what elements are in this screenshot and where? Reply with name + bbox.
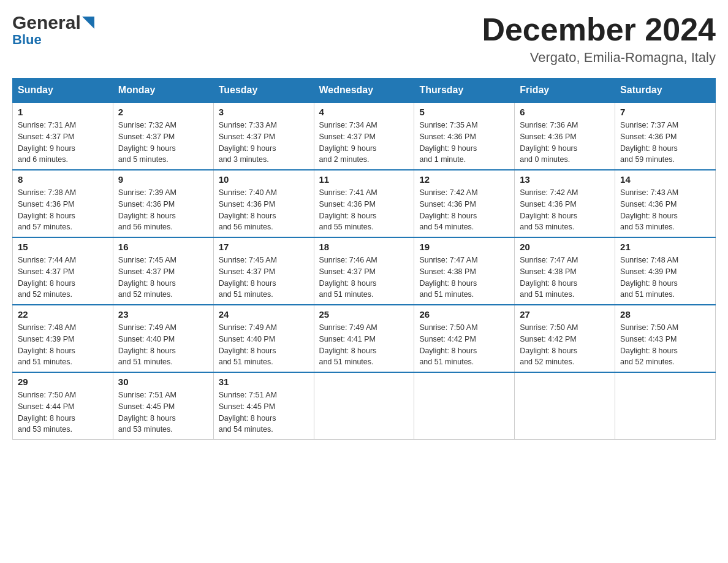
logo-general-text: General — [12, 12, 81, 33]
day-number: 10 — [219, 174, 309, 185]
day-number: 30 — [118, 377, 208, 387]
day-info: Sunrise: 7:32 AMSunset: 4:37 PMDaylight:… — [118, 120, 208, 166]
calendar-cell: 15 Sunrise: 7:44 AMSunset: 4:37 PMDaylig… — [13, 237, 113, 305]
calendar-header-row: SundayMondayTuesdayWednesdayThursdayFrid… — [13, 79, 716, 103]
calendar-cell: 12 Sunrise: 7:42 AMSunset: 4:36 PMDaylig… — [414, 170, 515, 237]
day-info: Sunrise: 7:40 AMSunset: 4:36 PMDaylight:… — [219, 187, 309, 233]
day-number: 12 — [419, 174, 509, 185]
day-number: 13 — [520, 174, 610, 185]
day-info: Sunrise: 7:46 AMSunset: 4:37 PMDaylight:… — [319, 255, 409, 301]
day-number: 5 — [419, 107, 509, 117]
day-number: 18 — [319, 242, 409, 252]
day-number: 1 — [18, 107, 108, 117]
day-info: Sunrise: 7:34 AMSunset: 4:37 PMDaylight:… — [319, 120, 409, 166]
day-info: Sunrise: 7:50 AMSunset: 4:43 PMDaylight:… — [620, 322, 710, 368]
day-number: 22 — [18, 309, 108, 320]
calendar-cell: 31 Sunrise: 7:51 AMSunset: 4:45 PMDaylig… — [213, 372, 314, 440]
calendar-cell: 16 Sunrise: 7:45 AMSunset: 4:37 PMDaylig… — [113, 237, 213, 305]
calendar-cell — [414, 372, 515, 440]
calendar-cell: 18 Sunrise: 7:46 AMSunset: 4:37 PMDaylig… — [314, 237, 414, 305]
day-info: Sunrise: 7:42 AMSunset: 4:36 PMDaylight:… — [520, 187, 610, 233]
column-header-saturday: Saturday — [615, 79, 716, 103]
calendar-cell: 25 Sunrise: 7:49 AMSunset: 4:41 PMDaylig… — [314, 305, 414, 372]
day-info: Sunrise: 7:50 AMSunset: 4:42 PMDaylight:… — [419, 322, 509, 368]
calendar-cell: 26 Sunrise: 7:50 AMSunset: 4:42 PMDaylig… — [414, 305, 515, 372]
day-number: 3 — [219, 107, 309, 117]
title-block: December 2024 Vergato, Emilia-Romagna, I… — [482, 12, 716, 66]
day-info: Sunrise: 7:48 AMSunset: 4:39 PMDaylight:… — [18, 322, 108, 368]
day-info: Sunrise: 7:51 AMSunset: 4:45 PMDaylight:… — [118, 389, 208, 435]
column-header-tuesday: Tuesday — [213, 79, 314, 103]
day-info: Sunrise: 7:39 AMSunset: 4:36 PMDaylight:… — [118, 187, 208, 233]
day-number: 16 — [118, 242, 208, 252]
day-number: 2 — [118, 107, 208, 117]
day-number: 8 — [18, 174, 108, 185]
logo-triangle-icon — [82, 17, 94, 29]
svg-marker-0 — [82, 17, 94, 29]
day-number: 14 — [620, 174, 710, 185]
calendar-cell: 4 Sunrise: 7:34 AMSunset: 4:37 PMDayligh… — [314, 102, 414, 170]
day-info: Sunrise: 7:36 AMSunset: 4:36 PMDaylight:… — [520, 120, 610, 166]
day-info: Sunrise: 7:35 AMSunset: 4:36 PMDaylight:… — [419, 120, 509, 166]
calendar-cell: 23 Sunrise: 7:49 AMSunset: 4:40 PMDaylig… — [113, 305, 213, 372]
column-header-monday: Monday — [113, 79, 213, 103]
day-number: 20 — [520, 242, 610, 252]
day-info: Sunrise: 7:49 AMSunset: 4:41 PMDaylight:… — [319, 322, 409, 368]
day-info: Sunrise: 7:33 AMSunset: 4:37 PMDaylight:… — [219, 120, 309, 166]
calendar-cell: 5 Sunrise: 7:35 AMSunset: 4:36 PMDayligh… — [414, 102, 515, 170]
day-number: 7 — [620, 107, 710, 117]
column-header-wednesday: Wednesday — [314, 79, 414, 103]
calendar-cell: 6 Sunrise: 7:36 AMSunset: 4:36 PMDayligh… — [515, 102, 615, 170]
day-number: 27 — [520, 309, 610, 320]
day-number: 26 — [419, 309, 509, 320]
calendar-cell: 17 Sunrise: 7:45 AMSunset: 4:37 PMDaylig… — [213, 237, 314, 305]
calendar-cell: 8 Sunrise: 7:38 AMSunset: 4:36 PMDayligh… — [13, 170, 113, 237]
calendar-cell: 7 Sunrise: 7:37 AMSunset: 4:36 PMDayligh… — [615, 102, 716, 170]
day-info: Sunrise: 7:44 AMSunset: 4:37 PMDaylight:… — [18, 255, 108, 301]
calendar-week-row: 29 Sunrise: 7:50 AMSunset: 4:44 PMDaylig… — [13, 372, 716, 440]
calendar-cell: 27 Sunrise: 7:50 AMSunset: 4:42 PMDaylig… — [515, 305, 615, 372]
day-info: Sunrise: 7:51 AMSunset: 4:45 PMDaylight:… — [219, 389, 309, 435]
calendar-cell: 24 Sunrise: 7:49 AMSunset: 4:40 PMDaylig… — [213, 305, 314, 372]
calendar-cell: 29 Sunrise: 7:50 AMSunset: 4:44 PMDaylig… — [13, 372, 113, 440]
day-number: 19 — [419, 242, 509, 252]
calendar-week-row: 15 Sunrise: 7:44 AMSunset: 4:37 PMDaylig… — [13, 237, 716, 305]
day-info: Sunrise: 7:45 AMSunset: 4:37 PMDaylight:… — [118, 255, 208, 301]
day-info: Sunrise: 7:45 AMSunset: 4:37 PMDaylight:… — [219, 255, 309, 301]
calendar-cell — [314, 372, 414, 440]
day-number: 28 — [620, 309, 710, 320]
day-info: Sunrise: 7:50 AMSunset: 4:42 PMDaylight:… — [520, 322, 610, 368]
day-info: Sunrise: 7:50 AMSunset: 4:44 PMDaylight:… — [18, 389, 108, 435]
calendar-cell — [515, 372, 615, 440]
day-number: 4 — [319, 107, 409, 117]
calendar-cell: 14 Sunrise: 7:43 AMSunset: 4:36 PMDaylig… — [615, 170, 716, 237]
day-number: 24 — [219, 309, 309, 320]
day-info: Sunrise: 7:31 AMSunset: 4:37 PMDaylight:… — [18, 120, 108, 166]
day-info: Sunrise: 7:47 AMSunset: 4:38 PMDaylight:… — [520, 255, 610, 301]
calendar-cell — [615, 372, 716, 440]
day-number: 17 — [219, 242, 309, 252]
day-number: 15 — [18, 242, 108, 252]
logo-blue-text: Blue — [12, 32, 42, 48]
day-number: 31 — [219, 377, 309, 387]
column-header-sunday: Sunday — [13, 79, 113, 103]
day-number: 29 — [18, 377, 108, 387]
calendar-cell: 3 Sunrise: 7:33 AMSunset: 4:37 PMDayligh… — [213, 102, 314, 170]
day-info: Sunrise: 7:37 AMSunset: 4:36 PMDaylight:… — [620, 120, 710, 166]
day-number: 6 — [520, 107, 610, 117]
day-info: Sunrise: 7:41 AMSunset: 4:36 PMDaylight:… — [319, 187, 409, 233]
calendar-week-row: 8 Sunrise: 7:38 AMSunset: 4:36 PMDayligh… — [13, 170, 716, 237]
calendar-cell: 22 Sunrise: 7:48 AMSunset: 4:39 PMDaylig… — [13, 305, 113, 372]
day-info: Sunrise: 7:42 AMSunset: 4:36 PMDaylight:… — [419, 187, 509, 233]
calendar-cell: 21 Sunrise: 7:48 AMSunset: 4:39 PMDaylig… — [615, 237, 716, 305]
calendar-cell: 9 Sunrise: 7:39 AMSunset: 4:36 PMDayligh… — [113, 170, 213, 237]
day-info: Sunrise: 7:38 AMSunset: 4:36 PMDaylight:… — [18, 187, 108, 233]
day-info: Sunrise: 7:43 AMSunset: 4:36 PMDaylight:… — [620, 187, 710, 233]
page-header: General Blue December 2024 Vergato, Emil… — [12, 12, 716, 66]
column-header-thursday: Thursday — [414, 79, 515, 103]
day-number: 25 — [319, 309, 409, 320]
month-title: December 2024 — [482, 12, 716, 47]
day-number: 23 — [118, 309, 208, 320]
location-text: Vergato, Emilia-Romagna, Italy — [482, 50, 716, 66]
calendar-table: SundayMondayTuesdayWednesdayThursdayFrid… — [12, 78, 716, 440]
